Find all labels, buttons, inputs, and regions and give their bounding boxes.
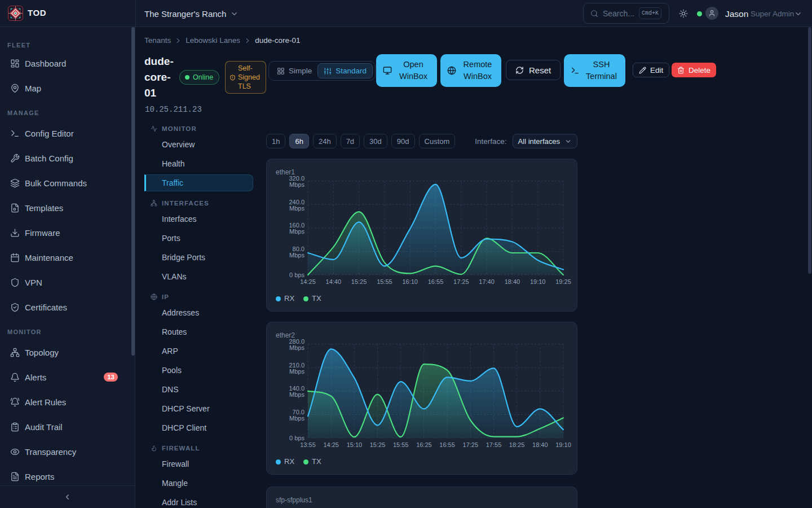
svg-text:16:10: 16:10	[402, 278, 418, 285]
svg-text:19:10: 19:10	[530, 278, 546, 285]
svg-text:15:10: 15:10	[347, 441, 363, 448]
svg-text:13:55: 13:55	[300, 441, 316, 448]
svg-text:Mbps: Mbps	[289, 228, 304, 235]
svg-text:15:25: 15:25	[370, 441, 386, 448]
svg-text:18:40: 18:40	[505, 278, 520, 285]
svg-text:15:25: 15:25	[351, 278, 367, 285]
svg-text:18:40: 18:40	[532, 441, 548, 448]
svg-text:Mbps: Mbps	[289, 205, 304, 212]
svg-text:17:25: 17:25	[463, 441, 479, 448]
svg-text:Mbps: Mbps	[289, 344, 304, 351]
svg-text:15:55: 15:55	[393, 441, 409, 448]
svg-text:Mbps: Mbps	[289, 368, 304, 375]
svg-text:16:25: 16:25	[416, 441, 432, 448]
svg-text:Mbps: Mbps	[289, 415, 304, 422]
svg-text:14:25: 14:25	[323, 441, 339, 448]
svg-text:17:25: 17:25	[453, 278, 469, 285]
svg-text:16:55: 16:55	[428, 278, 444, 285]
svg-text:Mbps: Mbps	[289, 391, 304, 398]
svg-text:18:25: 18:25	[509, 441, 525, 448]
svg-text:19:25: 19:25	[555, 278, 571, 285]
svg-text:14:25: 14:25	[300, 278, 316, 285]
svg-text:0 bps: 0 bps	[289, 435, 304, 441]
svg-text:Mbps: Mbps	[289, 252, 304, 259]
svg-text:19:10: 19:10	[555, 441, 571, 448]
svg-text:14:40: 14:40	[326, 278, 342, 285]
svg-text:0 bps: 0 bps	[289, 271, 304, 278]
svg-text:17:55: 17:55	[486, 441, 502, 448]
svg-text:17:40: 17:40	[479, 278, 495, 285]
svg-text:15:55: 15:55	[377, 278, 392, 285]
svg-text:Mbps: Mbps	[289, 181, 304, 188]
svg-text:16:55: 16:55	[439, 441, 455, 448]
